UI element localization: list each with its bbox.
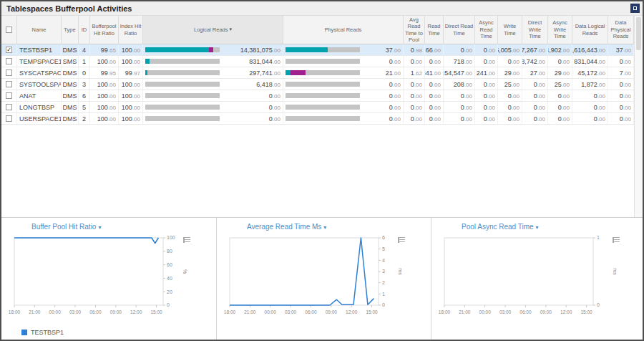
column-header-id[interactable]: ID — [79, 16, 90, 44]
column-header-dir_write[interactable]: Direct Write Time — [522, 16, 548, 44]
table-row-USERSPACE1[interactable]: USERSPACE1DMS2100.00100.000.000.000.000.… — [1, 113, 634, 125]
chart-title-average-read-time[interactable]: Average Read Time Ms▾ — [217, 218, 431, 231]
y-tick-label: 80 — [167, 249, 172, 254]
cell-data_logical: 0.00 — [572, 90, 608, 101]
column-header-write_time[interactable]: Write Time — [498, 16, 522, 44]
cell-idx_hit: 100.00 — [119, 102, 143, 112]
cell-async_write: 0.00 — [548, 56, 572, 67]
column-header-read_time[interactable]: Read Time — [425, 16, 444, 44]
cell-async_write: 0.00 — [548, 113, 572, 124]
table-row-SYSCATSPACE[interactable]: SYSCATSPACEDMS099.9599.97297,741.0021.00… — [1, 67, 634, 79]
row-checkbox[interactable] — [6, 104, 12, 110]
x-tick-label: 00:00 — [479, 309, 492, 314]
column-header-async_read[interactable]: Async Read Time — [475, 16, 498, 44]
column-header-async_write[interactable]: Async Write Time — [548, 16, 572, 44]
cell-data_logical: 1,872.00 — [572, 79, 608, 90]
cell-avg_pool: 0.00 — [404, 102, 425, 112]
table-row-LONGTBSP[interactable]: LONGTBSPDMS5100.00100.000.000.000.000.00… — [1, 102, 634, 113]
chart-legend-toggle-icon[interactable] — [183, 237, 190, 243]
chart-title-label: Average Read Time Ms — [247, 223, 321, 231]
cell-idx_hit: 100.00 — [119, 79, 143, 90]
tablespaces-table: NameTypeIDBufferpool Hit RatioIndex Hit … — [1, 16, 643, 218]
cell-dir_read: 208.00 — [444, 79, 475, 90]
x-tick-label: 21:00 — [244, 309, 256, 314]
x-tick-label: 06:00 — [305, 309, 317, 314]
chart-legend-toggle-icon[interactable] — [613, 237, 620, 243]
row-checkbox[interactable] — [6, 27, 12, 33]
table-row-TESTBSP1[interactable]: ✓TESTBSP1DMS499.65100.0014,381,075.0037.… — [1, 44, 634, 56]
legend-swatch — [21, 330, 27, 335]
cell-avg_pool: 0.00 — [404, 90, 425, 101]
row-checkbox[interactable] — [6, 81, 12, 87]
logical-reads-bar — [145, 47, 220, 52]
x-tick-label: 15:00 — [580, 309, 592, 314]
cell-async_read: 0.00 — [475, 113, 498, 124]
cell-data_physical: 0.00 — [608, 102, 634, 112]
chart-title-pool-async-read-time[interactable]: Pool Async Read Time▾ — [431, 218, 644, 231]
table-row-TEMPSPACE1[interactable]: TEMPSPACE1SMS1100.00100.00831,044.000.00… — [1, 56, 634, 67]
column-header-data_physical[interactable]: Data Physical Reads — [608, 16, 634, 44]
column-header-dir_read[interactable]: Direct Read Time — [444, 16, 475, 44]
y-tick-label: 1 — [382, 292, 385, 297]
row-checkbox[interactable] — [6, 115, 12, 122]
cell-write_time: 0.00 — [498, 56, 522, 67]
physical-reads-bar — [286, 47, 360, 52]
column-header-name[interactable]: Name — [17, 16, 62, 44]
cell-async_read: 241.00 — [475, 67, 498, 78]
cell-logical: 297,741.00 — [143, 67, 283, 78]
cell-bp_hit: 100.00 — [90, 79, 119, 90]
row-checkbox[interactable] — [6, 58, 12, 64]
column-header-label: Data Physical Reads — [609, 19, 633, 39]
widget-title: Tablespaces Bufferpool Activities — [6, 4, 132, 13]
cell-physical: 0.00 — [283, 79, 404, 90]
cell-physical: 0.00 — [283, 102, 404, 112]
scrollbar-thumb[interactable] — [636, 17, 641, 50]
column-header-label: Index Hit Ratio — [119, 23, 142, 37]
physical-reads-bar — [286, 105, 360, 110]
cell-avg_pool: 0.00 — [404, 79, 425, 90]
cell-async_write: 0.00 — [548, 90, 572, 101]
chart-title-label: Pool Async Read Time — [462, 223, 534, 231]
cell-select — [1, 102, 17, 112]
column-header-data_logical[interactable]: Data Logical Reads — [572, 16, 608, 44]
cell-dir_read: 718.00 — [444, 56, 475, 67]
cell-logical: 0.00 — [143, 113, 283, 124]
cell-id: 4 — [79, 44, 90, 55]
chart-title-buffer-pool-hit-ratio[interactable]: Buffer Pool Hit Ratio▾ — [1, 218, 216, 231]
cell-dir_read: 0.00 — [444, 44, 475, 55]
column-header-logical[interactable]: Logical Reads▾ — [143, 16, 283, 44]
cell-select — [1, 79, 17, 90]
cell-bp_hit: 99.65 — [90, 44, 119, 55]
column-header-avg_pool[interactable]: Avg Read Time to Pool — [404, 16, 425, 44]
cell-name: TESTBSP1 — [17, 44, 62, 55]
cell-name: TEMPSPACE1 — [17, 56, 62, 67]
row-checkbox[interactable]: ✓ — [6, 47, 12, 53]
cell-dir_read: 0.00 — [444, 102, 475, 112]
y-tick-label: 60 — [167, 262, 172, 267]
cell-type: DMS — [62, 79, 79, 90]
cell-async_write: 29.00 — [548, 67, 572, 78]
column-header-bp_hit[interactable]: Bufferpool Hit Ratio — [90, 16, 119, 44]
y-axis-unit-label: ms — [613, 268, 618, 275]
cell-type: SMS — [62, 56, 79, 67]
restore-window-button[interactable] — [630, 4, 640, 13]
vertical-scrollbar[interactable] — [634, 16, 643, 217]
x-tick-label: 15:00 — [150, 309, 162, 314]
row-checkbox[interactable] — [6, 69, 12, 76]
column-header-type[interactable]: Type — [62, 16, 79, 44]
table-row-SYSTOOLSPACE[interactable]: SYSTOOLSPACEDMS3100.00100.006,418.000.00… — [1, 79, 634, 90]
chart-legend-toggle-icon[interactable] — [398, 237, 405, 243]
average-read-time-chart: 012345618:0021:0000:0003:0006:0009:0012:… — [218, 232, 427, 327]
column-header-idx_hit[interactable]: Index Hit Ratio — [119, 16, 143, 44]
cell-dir_read: 0.00 — [444, 90, 475, 101]
column-header-select[interactable] — [1, 16, 17, 44]
column-header-label: Async Read Time — [476, 19, 497, 39]
column-header-physical[interactable]: Physical Reads — [283, 16, 404, 44]
table-row-ANAT[interactable]: ANATDMS6100.00100.000.000.000.000.000.00… — [1, 90, 634, 102]
cell-dir_write: 0.00 — [522, 102, 548, 112]
x-tick-label: 12:00 — [346, 309, 358, 314]
column-header-label: Type — [64, 27, 75, 33]
y-tick-label: 3 — [382, 269, 385, 274]
row-checkbox[interactable] — [6, 92, 12, 99]
widget-title-bar: Tablespaces Bufferpool Activities — [1, 1, 643, 16]
